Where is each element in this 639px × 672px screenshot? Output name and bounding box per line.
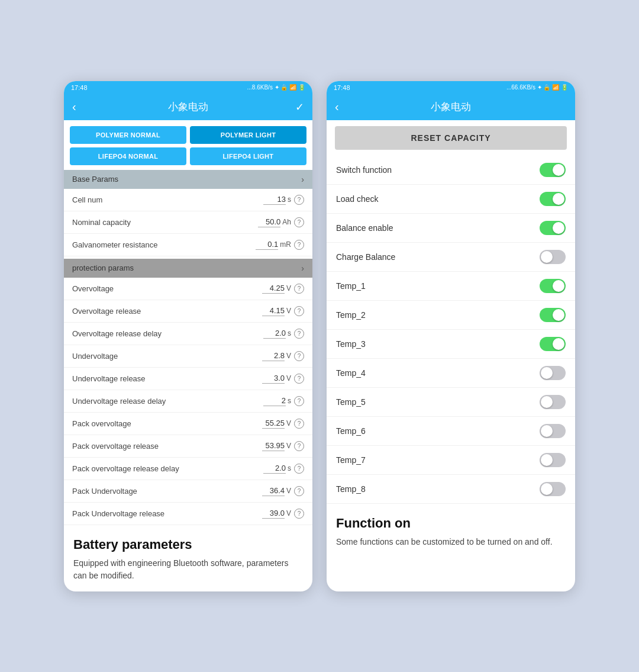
pack-undervoltage-help[interactable]: ? xyxy=(294,486,304,496)
toggle-temp6[interactable] xyxy=(540,424,566,438)
toggle-temp3-label: Temp_3 xyxy=(336,339,366,349)
tab-lifepo4-light[interactable]: LIFEPO4 LIGHT xyxy=(190,147,306,165)
undervoltage-release-delay-value: 2 s ? xyxy=(263,396,304,406)
toggle-load-check[interactable] xyxy=(540,192,566,206)
pack-undervoltage-release-label: Pack Undervoltage release xyxy=(72,509,164,518)
toggle-temp6-label: Temp_6 xyxy=(336,426,366,436)
toggle-row-temp3: Temp_3 xyxy=(327,330,575,359)
toggle-row-temp6: Temp_6 xyxy=(327,417,575,446)
pack-overvoltage-release-val[interactable]: 53.95 xyxy=(262,441,285,451)
param-row-undervoltage: Undervoltage 2.8 V ? xyxy=(64,345,312,368)
toggle-temp2[interactable] xyxy=(540,308,566,322)
param-row-pack-undervoltage: Pack Undervoltage 36.4 V ? xyxy=(64,480,312,503)
left-time: 17:48 xyxy=(71,84,88,91)
right-phone: 17:48 ...66.6KB/s ✦ 🔒 📶 🔋 ‹ 小象电动 RESET C… xyxy=(327,81,575,591)
galvanometer-help[interactable]: ? xyxy=(294,240,304,250)
param-row-pack-undervoltage-release: Pack Undervoltage release 39.0 V ? xyxy=(64,503,312,525)
base-params-header[interactable]: Base Params › xyxy=(64,170,312,189)
tab-polymer-normal[interactable]: POLYMER NORMAL xyxy=(70,126,186,144)
toggle-switch-function[interactable] xyxy=(540,163,566,177)
right-caption: Function on Some functions can be custom… xyxy=(327,504,575,558)
right-back-button[interactable]: ‹ xyxy=(335,100,339,114)
toggle-charge-balance[interactable] xyxy=(540,250,566,264)
toggle-row-temp5: Temp_5 xyxy=(327,388,575,417)
undervoltage-help[interactable]: ? xyxy=(294,351,304,361)
pack-overvoltage-value: 55.25 V ? xyxy=(262,419,304,429)
right-nav-bar: ‹ 小象电动 xyxy=(327,94,575,120)
overvoltage-release-delay-val[interactable]: 2.0 xyxy=(263,329,286,339)
toggle-temp1[interactable] xyxy=(540,279,566,293)
pack-overvoltage-release-delay-val[interactable]: 2.0 xyxy=(263,464,286,474)
undervoltage-release-delay-help[interactable]: ? xyxy=(294,396,304,406)
pack-overvoltage-help[interactable]: ? xyxy=(294,419,304,429)
pack-overvoltage-release-help[interactable]: ? xyxy=(294,441,304,451)
tab-polymer-light[interactable]: POLYMER LIGHT xyxy=(190,126,306,144)
overvoltage-help[interactable]: ? xyxy=(294,284,304,294)
param-row-overvoltage-release-delay: Overvoltage release delay 2.0 s ? xyxy=(64,323,312,345)
undervoltage-release-val[interactable]: 3.0 xyxy=(262,374,285,384)
toggle-temp5-label: Temp_5 xyxy=(336,397,366,407)
undervoltage-release-help[interactable]: ? xyxy=(294,374,304,384)
undervoltage-release-value: 3.0 V ? xyxy=(262,374,304,384)
left-check-button[interactable]: ✓ xyxy=(295,101,304,114)
overvoltage-release-val[interactable]: 4.15 xyxy=(262,306,285,316)
param-row-overvoltage-release: Overvoltage release 4.15 V ? xyxy=(64,300,312,323)
protection-params-label: protection params xyxy=(72,263,134,272)
toggle-temp5[interactable] xyxy=(540,395,566,409)
cell-num-unit: s xyxy=(288,195,291,204)
cell-num-help[interactable]: ? xyxy=(294,195,304,205)
pack-undervoltage-release-val[interactable]: 39.0 xyxy=(262,509,285,519)
base-params-arrow: › xyxy=(301,175,304,184)
galvanometer-val[interactable]: 0.1 xyxy=(256,240,278,250)
toggle-switch-function-label: Switch function xyxy=(336,165,392,175)
reset-capacity-button[interactable]: RESET CAPACITY xyxy=(335,126,567,150)
pack-undervoltage-val[interactable]: 36.4 xyxy=(262,486,285,496)
cell-num-val[interactable]: 13 xyxy=(263,195,286,205)
left-back-button[interactable]: ‹ xyxy=(72,100,76,114)
pack-overvoltage-release-unit: V xyxy=(286,442,291,450)
pack-overvoltage-unit: V xyxy=(286,419,291,427)
param-row-undervoltage-release-delay: Undervoltage release delay 2 s ? xyxy=(64,390,312,413)
param-row-pack-overvoltage-release: Pack overvoltage release 53.95 V ? xyxy=(64,435,312,458)
overvoltage-release-help[interactable]: ? xyxy=(294,306,304,316)
undervoltage-release-unit: V xyxy=(286,374,291,382)
overvoltage-label: Overvoltage xyxy=(72,284,114,293)
toggle-temp7[interactable] xyxy=(540,453,566,467)
toggle-balance-enable[interactable] xyxy=(540,221,566,235)
protection-params-header[interactable]: protection params › xyxy=(64,259,312,278)
left-caption-desc: Equipped with engineering Bluetooth soft… xyxy=(73,557,303,582)
param-row-pack-overvoltage-release-delay: Pack overvoltage release delay 2.0 s ? xyxy=(64,458,312,480)
undervoltage-val[interactable]: 2.8 xyxy=(262,351,285,361)
pack-overvoltage-release-value: 53.95 V ? xyxy=(262,441,304,451)
pack-overvoltage-val[interactable]: 55.25 xyxy=(262,419,285,429)
cell-num-value: 13 s ? xyxy=(263,195,304,205)
nominal-capacity-value: 50.0 Ah ? xyxy=(258,217,304,227)
toggle-temp7-label: Temp_7 xyxy=(336,455,366,465)
nominal-capacity-val[interactable]: 50.0 xyxy=(258,217,280,227)
toggle-temp8[interactable] xyxy=(540,482,566,496)
right-phone-body: RESET CAPACITY Switch function Load chec… xyxy=(327,120,575,558)
overvoltage-release-delay-unit: s xyxy=(288,329,291,337)
pack-undervoltage-label: Pack Undervoltage xyxy=(72,487,137,496)
toggle-row-temp2: Temp_2 xyxy=(327,301,575,330)
toggle-row-temp7: Temp_7 xyxy=(327,446,575,475)
toggle-row-temp8: Temp_8 xyxy=(327,475,575,504)
toggle-temp8-label: Temp_8 xyxy=(336,484,366,494)
toggle-load-check-label: Load check xyxy=(336,194,379,204)
toggle-balance-enable-label: Balance enable xyxy=(336,223,393,233)
toggle-temp4[interactable] xyxy=(540,366,566,380)
param-row-nominal-capacity: Nominal capacity 50.0 Ah ? xyxy=(64,211,312,234)
overvoltage-val[interactable]: 4.25 xyxy=(262,284,285,294)
pack-overvoltage-release-delay-help[interactable]: ? xyxy=(294,464,304,474)
toggle-row-temp4: Temp_4 xyxy=(327,359,575,388)
nominal-capacity-help[interactable]: ? xyxy=(294,217,304,227)
pack-overvoltage-release-delay-label: Pack overvoltage release delay xyxy=(72,464,179,473)
overvoltage-release-delay-help[interactable]: ? xyxy=(294,329,304,339)
left-phone-body: POLYMER NORMAL POLYMER LIGHT LIFEPO4 NOR… xyxy=(64,120,312,591)
toggle-temp3[interactable] xyxy=(540,337,566,351)
undervoltage-release-delay-val[interactable]: 2 xyxy=(263,396,286,406)
tab-lifepo4-normal[interactable]: LIFEPO4 NORMAL xyxy=(70,147,186,165)
galvanometer-unit: mR xyxy=(280,240,291,249)
toggle-row-switch-function: Switch function xyxy=(327,156,575,185)
pack-undervoltage-release-help[interactable]: ? xyxy=(294,509,304,519)
